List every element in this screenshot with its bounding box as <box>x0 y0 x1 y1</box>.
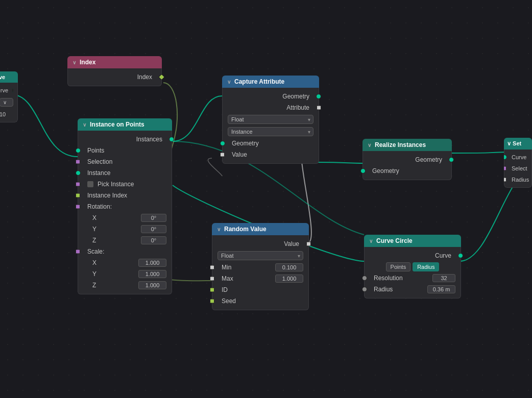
ri-geometry-in-row: Geometry <box>363 165 451 177</box>
ca-body: Geometry Attribute Float Vector Color Bo… <box>222 88 319 164</box>
random-value-node: ∨ Random Value Value Float Integer Vecto… <box>212 223 309 310</box>
iop-scale-x-label: X <box>92 259 96 266</box>
ca-attribute-out-row: Attribute <box>223 102 319 113</box>
partial-right-radius-row: Radius <box>504 174 531 185</box>
cc-resolution-label: Resolution <box>374 275 403 282</box>
iop-points-row: Points <box>78 145 172 156</box>
partial-right-radius-label: Radius <box>512 177 529 183</box>
rv-max-input[interactable] <box>275 275 303 283</box>
partial-left-select[interactable]: ∨ <box>0 98 13 107</box>
ca-geometry-in-row: Geometry <box>223 138 319 149</box>
iop-rotation-y-row: Y <box>78 223 172 235</box>
iop-rotation-x-label: X <box>92 214 96 221</box>
cc-points-tab[interactable]: Points <box>386 262 411 271</box>
ca-value-in-row: Value <box>223 149 319 160</box>
instance-on-points-header: ∨ Instance on Points <box>78 118 172 131</box>
iop-instances-row: Instances <box>78 134 172 145</box>
ca-title: Capture Attribute <box>234 78 284 85</box>
cc-tabs-row: Points Radius <box>365 261 461 272</box>
ca-instance-select[interactable]: Instance Point Edge Face <box>228 127 313 136</box>
cc-radius-row: Radius <box>365 284 461 295</box>
iop-scale-y-label: Y <box>92 270 96 278</box>
partial-right-header: ∨ Set <box>504 138 532 150</box>
rv-min-input[interactable] <box>275 263 303 271</box>
rv-seed-label: Seed <box>222 297 236 305</box>
index-output-label: Index <box>137 73 152 81</box>
iop-rotation-x-input[interactable] <box>141 214 166 222</box>
rv-value-out-row: Value <box>212 238 308 250</box>
realize-instances-node: ∨ Realize Instances Geometry Geometry <box>362 139 452 180</box>
ca-value-in-label: Value <box>232 151 247 158</box>
ca-float-select[interactable]: Float Vector Color Boolean Integer <box>228 115 313 124</box>
index-node-header: ∨ Index <box>67 56 162 68</box>
iop-chevron[interactable]: ∨ <box>83 122 86 128</box>
iop-rotation-z-input[interactable] <box>141 236 166 244</box>
iop-body: Instances Points Selection Instance Pick… <box>78 131 172 294</box>
iop-instance-index-label: Instance Index <box>87 192 127 199</box>
rv-min-label: Min <box>222 264 231 271</box>
ca-chevron[interactable]: ∨ <box>227 79 231 85</box>
iop-scale-x-row: X <box>78 257 172 268</box>
iop-scale-y-row: Y <box>78 268 172 280</box>
partial-value-label: 10 <box>0 111 6 117</box>
curve-circle-node: ∨ Curve Circle Curve Points Radius Resol… <box>364 235 461 298</box>
rv-header: ∨ Random Value <box>212 223 309 235</box>
partial-left-node: ve Curve ∨ 10 <box>0 71 18 122</box>
iop-scale-z-row: Z <box>78 280 172 291</box>
instance-on-points-node: ∨ Instance on Points Instances Points Se… <box>78 118 172 294</box>
iop-selection-row: Selection <box>78 156 172 167</box>
partial-right-select-row: Select <box>504 163 531 174</box>
iop-title: Instance on Points <box>90 121 144 128</box>
iop-rotation-row: Rotation: <box>78 201 172 212</box>
rv-seed-row: Seed <box>212 295 308 307</box>
partial-curve-label: Curve <box>0 87 8 93</box>
rv-max-row: Max <box>212 273 308 284</box>
rv-float-select[interactable]: Float Integer Vector Boolean <box>217 251 303 260</box>
iop-scale-x-input[interactable] <box>138 259 166 267</box>
capture-attribute-header: ∨ Capture Attribute <box>222 76 319 88</box>
iop-pick-instance-row: Pick Instance <box>78 179 172 190</box>
cc-radius-input[interactable] <box>427 285 455 293</box>
iop-scale-row: Scale: <box>78 246 172 257</box>
iop-scale-y-input[interactable] <box>138 270 166 278</box>
index-output-row: Index <box>68 71 161 83</box>
rv-max-label: Max <box>222 275 233 282</box>
cc-title: Curve Circle <box>376 237 413 244</box>
iop-instance-index-row: Instance Index <box>78 190 172 201</box>
rv-value-out-label: Value <box>284 240 299 247</box>
cc-curve-out-row: Curve <box>365 250 461 261</box>
iop-instance-row: Instance <box>78 167 172 179</box>
rv-id-label: ID <box>222 286 228 293</box>
rv-chevron[interactable]: ∨ <box>217 227 221 232</box>
cc-body: Curve Points Radius Resolution Radius <box>364 247 461 298</box>
iop-scale-z-input[interactable] <box>138 281 166 289</box>
pick-instance-checkbox[interactable] <box>87 181 93 187</box>
ca-float-select-wrapper: Float Vector Color Boolean Integer <box>223 113 319 126</box>
ca-geometry-in-label: Geometry <box>232 140 259 147</box>
cc-resolution-input[interactable] <box>432 274 455 282</box>
partial-right-select-label: Select <box>512 165 527 171</box>
iop-rotation-y-input[interactable] <box>141 225 166 233</box>
ca-attribute-out-label: Attribute <box>286 104 309 111</box>
ri-geometry-out-row: Geometry <box>363 154 451 165</box>
index-node: ∨ Index Index <box>67 56 162 86</box>
iop-rotation-label: Rotation: <box>87 203 112 210</box>
ri-body: Geometry Geometry <box>362 151 452 180</box>
partial-left-header: ve <box>0 71 18 83</box>
ri-header: ∨ Realize Instances <box>362 139 452 151</box>
iop-instance-label: Instance <box>87 169 110 177</box>
rv-min-row: Min <box>212 262 308 273</box>
rv-title: Random Value <box>224 226 267 233</box>
index-node-body: Index <box>67 68 162 86</box>
iop-rotation-y-label: Y <box>92 226 96 233</box>
cc-radius-tab[interactable]: Radius <box>413 262 439 271</box>
rv-body: Value Float Integer Vector Boolean Min M… <box>212 235 309 310</box>
iop-rotation-x-row: X <box>78 212 172 223</box>
cc-chevron[interactable]: ∨ <box>369 238 373 244</box>
ca-instance-select-wrapper: Instance Point Edge Face <box>223 126 319 138</box>
index-chevron[interactable]: ∨ <box>72 60 76 65</box>
cc-resolution-row: Resolution <box>365 272 461 284</box>
ri-chevron[interactable]: ∨ <box>368 142 371 148</box>
ca-geometry-out-label: Geometry <box>282 93 309 100</box>
cc-header: ∨ Curve Circle <box>364 235 461 247</box>
